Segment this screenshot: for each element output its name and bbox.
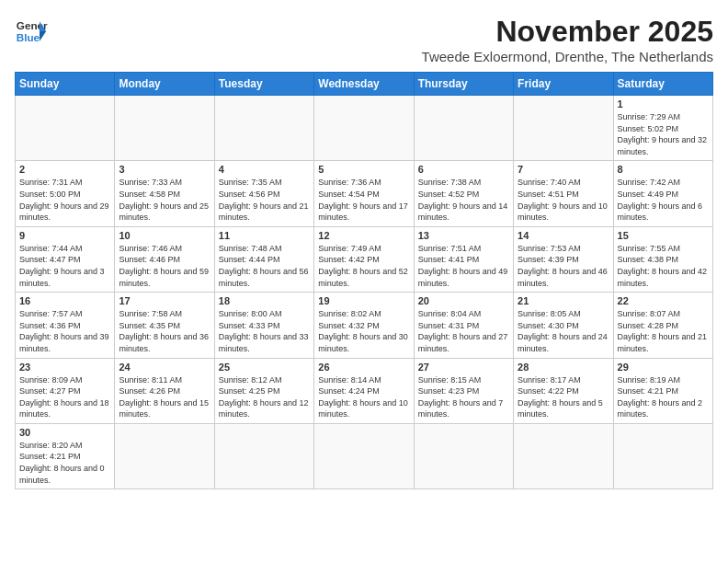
day-number: 21: [518, 295, 609, 306]
day-info: Sunrise: 7:33 AM Sunset: 4:58 PM Dayligh…: [119, 177, 210, 223]
calendar-week-row: 30Sunrise: 8:20 AM Sunset: 4:21 PM Dayli…: [16, 423, 713, 488]
day-number: 15: [618, 230, 709, 241]
calendar-day-cell: [414, 423, 513, 488]
day-number: 26: [318, 362, 409, 373]
calendar-week-row: 2Sunrise: 7:31 AM Sunset: 5:00 PM Daylig…: [16, 161, 713, 226]
day-info: Sunrise: 7:42 AM Sunset: 4:49 PM Dayligh…: [618, 177, 709, 223]
day-info: Sunrise: 8:00 AM Sunset: 4:33 PM Dayligh…: [219, 308, 310, 354]
calendar-day-cell: 16Sunrise: 7:57 AM Sunset: 4:36 PM Dayli…: [16, 293, 115, 358]
day-number: 23: [19, 362, 110, 373]
calendar-day-cell: 4Sunrise: 7:35 AM Sunset: 4:56 PM Daylig…: [214, 161, 313, 226]
day-info: Sunrise: 8:17 AM Sunset: 4:22 PM Dayligh…: [518, 374, 609, 420]
calendar-day-cell: [214, 423, 313, 488]
day-number: 1: [618, 98, 709, 109]
weekday-header-thursday: Thursday: [414, 73, 513, 96]
day-number: 30: [19, 427, 110, 438]
day-number: 8: [618, 164, 709, 175]
day-number: 7: [518, 164, 609, 175]
calendar-day-cell: 7Sunrise: 7:40 AM Sunset: 4:51 PM Daylig…: [514, 161, 613, 226]
calendar-day-cell: 6Sunrise: 7:38 AM Sunset: 4:52 PM Daylig…: [414, 161, 513, 226]
day-info: Sunrise: 8:02 AM Sunset: 4:32 PM Dayligh…: [318, 308, 409, 354]
day-info: Sunrise: 8:05 AM Sunset: 4:30 PM Dayligh…: [518, 308, 609, 354]
calendar-week-row: 9Sunrise: 7:44 AM Sunset: 4:47 PM Daylig…: [16, 226, 713, 292]
day-info: Sunrise: 7:35 AM Sunset: 4:56 PM Dayligh…: [219, 177, 310, 223]
day-number: 17: [119, 295, 210, 306]
calendar-day-cell: 13Sunrise: 7:51 AM Sunset: 4:41 PM Dayli…: [414, 226, 513, 292]
calendar-day-cell: 28Sunrise: 8:17 AM Sunset: 4:22 PM Dayli…: [514, 358, 613, 423]
day-number: 9: [19, 230, 110, 241]
calendar-day-cell: 1Sunrise: 7:29 AM Sunset: 5:02 PM Daylig…: [613, 96, 712, 161]
svg-text:Blue: Blue: [17, 31, 40, 43]
day-number: 25: [219, 362, 310, 373]
day-number: 5: [318, 164, 409, 175]
page-header: General Blue November 2025 Tweede Exloer…: [15, 15, 713, 64]
calendar-week-row: 16Sunrise: 7:57 AM Sunset: 4:36 PM Dayli…: [16, 293, 713, 358]
day-number: 6: [418, 164, 509, 175]
calendar-table: SundayMondayTuesdayWednesdayThursdayFrid…: [15, 72, 713, 489]
calendar-day-cell: 23Sunrise: 8:09 AM Sunset: 4:27 PM Dayli…: [16, 358, 115, 423]
location-subtitle: Tweede Exloermond, Drenthe, The Netherla…: [422, 49, 713, 64]
day-number: 11: [219, 230, 310, 241]
calendar-day-cell: 9Sunrise: 7:44 AM Sunset: 4:47 PM Daylig…: [16, 226, 115, 292]
day-info: Sunrise: 7:51 AM Sunset: 4:41 PM Dayligh…: [418, 243, 509, 289]
day-info: Sunrise: 8:14 AM Sunset: 4:24 PM Dayligh…: [318, 374, 409, 420]
day-number: 3: [119, 164, 210, 175]
calendar-day-cell: 22Sunrise: 8:07 AM Sunset: 4:28 PM Dayli…: [613, 293, 712, 358]
logo: General Blue: [15, 15, 48, 48]
calendar-week-row: 1Sunrise: 7:29 AM Sunset: 5:02 PM Daylig…: [16, 96, 713, 161]
day-number: 4: [219, 164, 310, 175]
calendar-day-cell: 14Sunrise: 7:53 AM Sunset: 4:39 PM Dayli…: [514, 226, 613, 292]
day-number: 29: [618, 362, 709, 373]
day-number: 27: [418, 362, 509, 373]
calendar-day-cell: 12Sunrise: 7:49 AM Sunset: 4:42 PM Dayli…: [314, 226, 414, 292]
day-info: Sunrise: 7:31 AM Sunset: 5:00 PM Dayligh…: [19, 177, 110, 223]
day-info: Sunrise: 7:40 AM Sunset: 4:51 PM Dayligh…: [518, 177, 609, 223]
day-info: Sunrise: 8:20 AM Sunset: 4:21 PM Dayligh…: [19, 440, 110, 486]
day-info: Sunrise: 7:48 AM Sunset: 4:44 PM Dayligh…: [219, 243, 310, 289]
calendar-day-cell: [314, 96, 414, 161]
calendar-day-cell: 10Sunrise: 7:46 AM Sunset: 4:46 PM Dayli…: [115, 226, 214, 292]
calendar-day-cell: 29Sunrise: 8:19 AM Sunset: 4:21 PM Dayli…: [613, 358, 712, 423]
weekday-header-tuesday: Tuesday: [214, 73, 313, 96]
day-info: Sunrise: 7:38 AM Sunset: 4:52 PM Dayligh…: [418, 177, 509, 223]
calendar-day-cell: 25Sunrise: 8:12 AM Sunset: 4:25 PM Dayli…: [214, 358, 313, 423]
day-number: 24: [119, 362, 210, 373]
calendar-day-cell: 27Sunrise: 8:15 AM Sunset: 4:23 PM Dayli…: [414, 358, 513, 423]
calendar-day-cell: 24Sunrise: 8:11 AM Sunset: 4:26 PM Dayli…: [115, 358, 214, 423]
day-number: 12: [318, 230, 409, 241]
calendar-day-cell: 3Sunrise: 7:33 AM Sunset: 4:58 PM Daylig…: [115, 161, 214, 226]
day-number: 28: [518, 362, 609, 373]
calendar-day-cell: 18Sunrise: 8:00 AM Sunset: 4:33 PM Dayli…: [214, 293, 313, 358]
weekday-header-row: SundayMondayTuesdayWednesdayThursdayFrid…: [16, 73, 713, 96]
day-number: 20: [418, 295, 509, 306]
calendar-day-cell: 26Sunrise: 8:14 AM Sunset: 4:24 PM Dayli…: [314, 358, 414, 423]
day-info: Sunrise: 8:15 AM Sunset: 4:23 PM Dayligh…: [418, 374, 509, 420]
calendar-day-cell: [414, 96, 513, 161]
day-number: 18: [219, 295, 310, 306]
calendar-day-cell: 20Sunrise: 8:04 AM Sunset: 4:31 PM Dayli…: [414, 293, 513, 358]
day-info: Sunrise: 8:12 AM Sunset: 4:25 PM Dayligh…: [219, 374, 310, 420]
day-info: Sunrise: 7:46 AM Sunset: 4:46 PM Dayligh…: [119, 243, 210, 289]
day-info: Sunrise: 8:11 AM Sunset: 4:26 PM Dayligh…: [119, 374, 210, 420]
calendar-day-cell: [16, 96, 115, 161]
weekday-header-friday: Friday: [514, 73, 613, 96]
day-number: 10: [119, 230, 210, 241]
calendar-day-cell: [613, 423, 712, 488]
month-title: November 2025: [422, 15, 713, 49]
day-number: 16: [19, 295, 110, 306]
calendar-day-cell: 19Sunrise: 8:02 AM Sunset: 4:32 PM Dayli…: [314, 293, 414, 358]
calendar-day-cell: 30Sunrise: 8:20 AM Sunset: 4:21 PM Dayli…: [16, 423, 115, 488]
day-number: 2: [19, 164, 110, 175]
day-number: 13: [418, 230, 509, 241]
calendar-day-cell: [514, 423, 613, 488]
calendar-day-cell: 17Sunrise: 7:58 AM Sunset: 4:35 PM Dayli…: [115, 293, 214, 358]
calendar-week-row: 23Sunrise: 8:09 AM Sunset: 4:27 PM Dayli…: [16, 358, 713, 423]
day-info: Sunrise: 8:19 AM Sunset: 4:21 PM Dayligh…: [618, 374, 709, 420]
calendar-day-cell: 5Sunrise: 7:36 AM Sunset: 4:54 PM Daylig…: [314, 161, 414, 226]
day-number: 19: [318, 295, 409, 306]
day-info: Sunrise: 7:57 AM Sunset: 4:36 PM Dayligh…: [19, 308, 110, 354]
calendar-day-cell: 21Sunrise: 8:05 AM Sunset: 4:30 PM Dayli…: [514, 293, 613, 358]
weekday-header-saturday: Saturday: [613, 73, 712, 96]
weekday-header-monday: Monday: [115, 73, 214, 96]
day-info: Sunrise: 7:58 AM Sunset: 4:35 PM Dayligh…: [119, 308, 210, 354]
